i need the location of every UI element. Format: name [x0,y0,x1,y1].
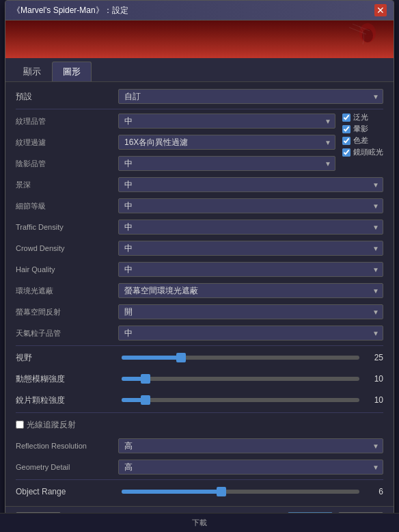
effect-checkboxes: 泛光 暈影 色差 鏡頭眩光 [342,112,383,176]
object-range-track[interactable] [122,490,359,494]
ao-select-wrap: 關 螢幕空間環境光遮蔽 射線追蹤環境光遮蔽 ▼ [118,283,383,298]
hair-quality-select[interactable]: 低 中 高 [118,262,383,277]
bloom-checkbox-item[interactable]: 泛光 [342,112,383,122]
rt-reflection-checkbox-item[interactable]: 光線追蹤反射 [16,419,76,431]
object-range-slider-row: Object Range 6 [16,483,383,501]
divider-1 [16,109,383,109]
crowd-density-label: Crowd Density [16,244,118,252]
vignette-label: 暈影 [353,124,368,134]
film-grain-thumb[interactable] [141,395,150,405]
rt-reflection-checkbox[interactable] [16,421,24,429]
geometry-detail-row: Geometry Detail 低 中 高 ▼ [16,458,383,476]
dof-select-wrap: 關 低 中 高 ▼ [118,177,383,192]
left-settings: 紋理品管 低 中 高 ▼ 紋理過濾 雙線性 [16,112,335,176]
main-settings-group: 紋理品管 低 中 高 ▼ 紋理過濾 雙線性 [16,112,383,176]
traffic-density-row: Traffic Density 低 中 高 ▼ [16,218,383,236]
detail-level-select-wrap: 低 中 高 ▼ [118,198,383,213]
chromatic-label: 色差 [353,135,368,146]
film-grain-slider-row: 銳片顆粒強度 10 [16,391,383,409]
object-range-thumb[interactable] [217,487,226,496]
traffic-density-label: Traffic Density [16,223,118,231]
preset-label: 預設 [16,91,118,103]
texture-quality-label: 紋理品管 [16,116,118,127]
settings-window: 《Marvel's Spider-Man》：設定 ✕ 顯示 圖形 預設 [5,0,394,532]
weather-quality-select-wrap: 低 中 高 ▼ [118,325,383,341]
texture-quality-select[interactable]: 低 中 高 [118,114,335,129]
object-range-fill [122,490,221,494]
bloom-checkbox[interactable] [342,114,350,122]
bloom-label: 泛光 [353,112,368,122]
lensflare-label: 鏡頭眩光 [353,147,383,157]
detail-level-select[interactable]: 低 中 高 [118,198,383,213]
fov-thumb[interactable] [176,353,186,362]
detail-level-row: 細節等級 低 中 高 ▼ [16,197,383,215]
taskbar-label: 下載 [192,518,207,528]
traffic-density-select[interactable]: 低 中 高 [118,220,383,235]
ssr-select-wrap: 關 開 ▼ [118,304,383,319]
preset-select[interactable]: 自訂 低 中 高 超高 [118,89,383,104]
dof-select[interactable]: 關 低 中 高 [118,177,383,192]
lensflare-checkbox-item[interactable]: 鏡頭眩光 [342,147,383,157]
shadow-quality-select[interactable]: 低 中 高 [118,156,335,171]
texture-filter-select[interactable]: 雙線性 三線性 4X各向異性過濾 8X各向異性過濾 16X各向異性過濾 [118,135,335,150]
geometry-detail-select-wrap: 低 中 高 ▼ [118,460,383,475]
crowd-density-select-wrap: 低 中 高 ▼ [118,241,383,256]
close-button[interactable]: ✕ [374,4,387,16]
ao-row: 環境光遮蔽 關 螢幕空間環境光遮蔽 射線追蹤環境光遮蔽 ▼ [16,282,383,300]
rt-reflection-label: 光線追蹤反射 [27,419,76,431]
reflection-res-row: Reflection Resolution 低 中 高 ▼ [16,437,383,455]
fov-value: 25 [363,353,383,362]
preset-row: 預設 自訂 低 中 高 超高 ▼ [16,88,383,105]
motion-blur-value: 10 [363,374,383,384]
reflection-res-label: Reflection Resolution [16,442,118,450]
texture-quality-row: 紋理品管 低 中 高 ▼ [16,112,335,130]
window-title: 《Marvel's Spider-Man》：設定 [12,5,128,16]
taskbar: 下載 [0,513,399,532]
motion-blur-track[interactable] [122,377,359,381]
film-grain-track[interactable] [122,398,359,402]
divider-2 [16,345,383,346]
hero-banner [5,21,394,58]
motion-blur-thumb[interactable] [141,374,150,384]
chromatic-checkbox-item[interactable]: 色差 [342,135,383,146]
crowd-density-row: Crowd Density 低 中 高 ▼ [16,239,383,257]
traffic-density-select-wrap: 低 中 高 ▼ [118,220,383,235]
vignette-checkbox[interactable] [342,125,350,133]
texture-filter-row: 紋理過濾 雙線性 三線性 4X各向異性過濾 8X各向異性過濾 16X各向異性過濾… [16,133,335,151]
divider-3 [16,412,383,413]
ssr-row: 螢幕空間反射 關 開 ▼ [16,303,383,321]
detail-level-label: 細節等級 [16,201,118,211]
hair-quality-select-wrap: 低 中 高 ▼ [118,262,383,277]
film-grain-label: 銳片顆粒強度 [16,395,118,406]
tab-graphics[interactable]: 圖形 [52,62,92,81]
fov-fill [122,356,181,360]
geometry-detail-select[interactable]: 低 中 高 [118,460,383,475]
vignette-checkbox-item[interactable]: 暈影 [342,124,383,134]
ao-select[interactable]: 關 螢幕空間環境光遮蔽 射線追蹤環境光遮蔽 [118,283,383,298]
chromatic-checkbox[interactable] [342,137,350,145]
crowd-density-select[interactable]: 低 中 高 [118,241,383,256]
texture-filter-select-wrap: 雙線性 三線性 4X各向異性過濾 8X各向異性過濾 16X各向異性過濾 ▼ [118,135,335,150]
weather-quality-label: 天氣粒子品管 [16,328,118,338]
fov-track[interactable] [122,356,359,360]
fov-label: 視野 [16,352,118,364]
ao-label: 環境光遮蔽 [16,286,118,296]
motion-blur-label: 動態模糊強度 [16,373,118,385]
shadow-quality-row: 陰影品管 低 中 高 ▼ [16,155,335,172]
rt-reflection-row: 光線追蹤反射 [16,416,383,434]
object-range-label: Object Range [16,487,118,496]
tab-display[interactable]: 顯示 [12,62,52,81]
object-range-value: 6 [363,487,383,496]
hair-quality-row: Hair Quality 低 中 高 ▼ [16,261,383,278]
ssr-select[interactable]: 關 開 [118,304,383,319]
settings-content: 預設 自訂 低 中 高 超高 ▼ 紋理品管 [5,82,394,506]
weather-quality-select[interactable]: 低 中 高 [118,325,383,341]
reflection-res-select[interactable]: 低 中 高 [118,438,383,453]
geometry-detail-label: Geometry Detail [16,463,118,471]
lensflare-checkbox[interactable] [342,148,350,157]
dof-row: 景深 關 低 中 高 ▼ [16,176,383,194]
texture-quality-select-wrap: 低 中 高 ▼ [118,114,335,129]
film-grain-value: 10 [363,395,383,405]
shadow-quality-select-wrap: 低 中 高 ▼ [118,156,335,171]
reflection-res-select-wrap: 低 中 高 ▼ [118,438,383,453]
